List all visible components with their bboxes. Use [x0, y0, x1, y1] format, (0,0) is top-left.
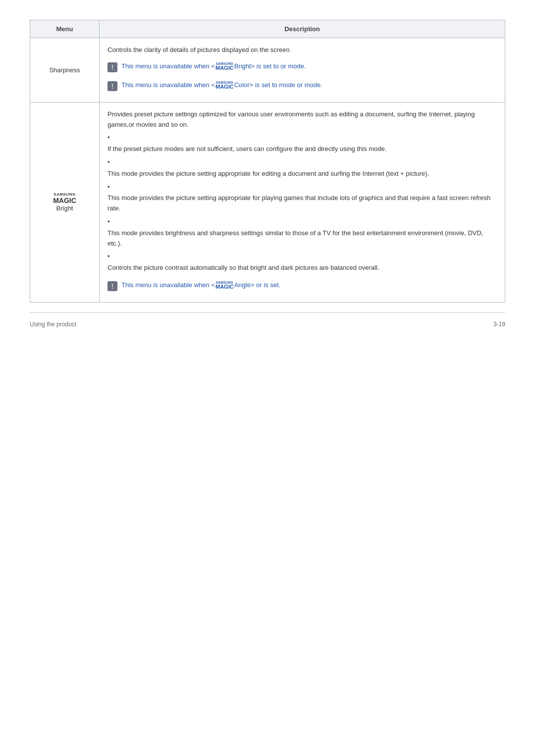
item-bullet: • — [107, 183, 110, 191]
desc-cell-0: Controls the clarity of details of pictu… — [100, 38, 505, 102]
menu-cell-1: SAMSUNGMAGICBright — [30, 102, 100, 302]
item-detail-0: If the preset picture modes are not suff… — [107, 144, 497, 154]
warning-icon — [107, 81, 117, 91]
bright-text: Bright — [56, 204, 73, 212]
item-bullet: • — [107, 218, 110, 225]
list-item: • — [107, 133, 497, 143]
warning-text-0: This menu is unavailable when <SAMSUNGMA… — [121, 61, 306, 71]
list-item: • — [107, 157, 497, 168]
item-detail-1: This mode provides the picture setting a… — [107, 169, 497, 179]
warning-box-1: This menu is unavailable when <SAMSUNGMA… — [107, 78, 497, 93]
desc-intro: Controls the clarity of details of pictu… — [107, 45, 497, 55]
footer: Using the product 3-19 — [30, 312, 505, 328]
menu-cell-0: Sharpness — [30, 38, 100, 102]
warning-box-0: This menu is unavailable when <SAMSUNGMA… — [107, 59, 497, 74]
list-item: • — [107, 182, 497, 193]
col-header-menu: Menu — [30, 20, 100, 38]
warning-icon — [107, 281, 117, 291]
warning-text-magic-0: This menu is unavailable when <SAMSUNGMA… — [121, 280, 280, 290]
warning-text-1: This menu is unavailable when <SAMSUNGMA… — [121, 80, 322, 90]
footer-left: Using the product — [30, 321, 76, 328]
desc-intro: Provides preset picture settings optimiz… — [107, 109, 497, 130]
warning-box-magic-0: This menu is unavailable when <SAMSUNGMA… — [107, 278, 497, 293]
desc-cell-1: Provides preset picture settings optimiz… — [100, 102, 505, 302]
magic-bright-label: SAMSUNGMAGIC — [38, 193, 91, 204]
item-detail-2: This mode provides the picture setting a… — [107, 193, 497, 214]
item-detail-4: Controls the picture contrast automatica… — [107, 263, 497, 273]
warning-icon — [107, 62, 117, 72]
list-item: • — [107, 252, 497, 262]
footer-right: 3-19 — [493, 321, 505, 328]
item-bullet: • — [107, 134, 110, 141]
col-header-description: Description — [100, 20, 505, 38]
item-detail-3: This mode provides brightness and sharpn… — [107, 228, 497, 249]
item-bullet: • — [107, 252, 110, 260]
list-item: • — [107, 217, 497, 227]
item-bullet: • — [107, 158, 110, 166]
main-table: Menu Description SharpnessControls the c… — [30, 20, 505, 302]
